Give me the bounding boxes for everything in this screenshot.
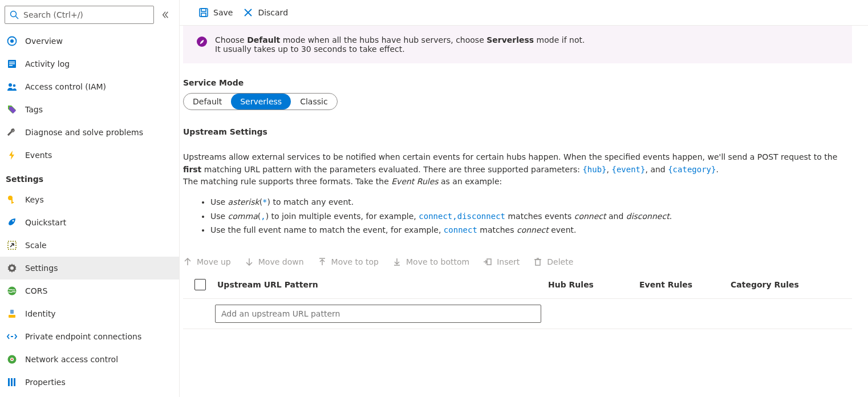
upstream-url-input[interactable]	[215, 305, 541, 323]
col-url-pattern: Upstream URL Pattern	[217, 280, 548, 289]
bolt-icon	[7, 150, 17, 160]
discard-label: Discard	[258, 8, 288, 17]
sidebar-item-activity-log[interactable]: Activity log	[0, 52, 179, 75]
sidebar-item-label: Properties	[25, 378, 66, 387]
svg-line-1	[16, 17, 19, 19]
svg-rect-5	[9, 62, 15, 63]
overview-icon	[7, 36, 17, 46]
sidebar-item-private-endpoint[interactable]: Private endpoint connections	[0, 325, 179, 348]
svg-point-16	[8, 287, 17, 295]
sidebar: Search (Ctrl+/) Overview Activity log Ac…	[0, 0, 180, 397]
search-icon	[10, 10, 19, 19]
search-placeholder: Search (Ctrl+/)	[23, 10, 83, 19]
info-banner: Choose Default mode when all the hubs ha…	[183, 26, 852, 63]
mode-classic[interactable]: Classic	[291, 94, 336, 110]
sidebar-item-cors[interactable]: CORS	[0, 279, 179, 302]
arrow-up-icon	[183, 257, 192, 266]
chevron-double-left-icon	[161, 11, 169, 19]
sidebar-item-properties[interactable]: Properties	[0, 371, 179, 394]
service-mode-toggle: Default Serverless Classic	[183, 93, 338, 110]
network-icon	[7, 354, 17, 364]
save-button[interactable]: Save	[198, 4, 233, 21]
svg-rect-23	[11, 378, 13, 386]
sidebar-item-events[interactable]: Events	[0, 144, 179, 167]
sidebar-section-settings: Settings	[0, 167, 179, 188]
sidebar-item-settings[interactable]: Settings	[0, 257, 179, 279]
upstream-settings-title: Upstream Settings	[183, 127, 852, 136]
save-icon	[198, 7, 209, 18]
log-icon	[7, 59, 17, 69]
col-category-rules: Category Rules	[731, 280, 822, 289]
sidebar-item-label: Access control (IAM)	[25, 82, 106, 91]
sidebar-item-keys[interactable]: Keys	[0, 188, 179, 211]
people-icon	[7, 82, 17, 92]
mode-default[interactable]: Default	[184, 94, 231, 110]
sidebar-item-label: Events	[25, 151, 52, 160]
table-row	[183, 299, 852, 329]
search-input[interactable]: Search (Ctrl+/)	[5, 6, 154, 24]
svg-point-9	[13, 84, 16, 87]
properties-icon	[7, 377, 17, 387]
sidebar-item-label: Settings	[25, 264, 58, 273]
sidebar-item-access-control[interactable]: Access control (IAM)	[0, 75, 179, 98]
sidebar-item-diagnose[interactable]: Diagnose and solve problems	[0, 121, 179, 144]
svg-rect-18	[9, 315, 15, 318]
insert-icon	[483, 257, 492, 266]
sidebar-item-label: Activity log	[25, 59, 70, 68]
sidebar-item-label: Private endpoint connections	[25, 332, 141, 341]
svg-point-3	[10, 39, 14, 43]
select-all-checkbox[interactable]	[194, 279, 206, 290]
collapse-sidebar-button[interactable]	[156, 11, 175, 19]
arrow-down-icon	[245, 257, 254, 266]
svg-point-13	[13, 220, 14, 222]
arrow-top-icon	[318, 257, 327, 266]
mode-serverless[interactable]: Serverless	[231, 94, 291, 110]
svg-rect-6	[9, 63, 15, 64]
svg-rect-33	[536, 260, 540, 265]
main-panel: Save Discard Choose Default mode when al…	[180, 0, 868, 397]
identity-icon	[7, 309, 17, 319]
upstream-description: Upstreams allow external services to be …	[183, 151, 852, 188]
move-down-button[interactable]: Move down	[245, 257, 304, 266]
sidebar-item-label: Network access control	[25, 355, 118, 364]
col-hub-rules: Hub Rules	[548, 280, 639, 289]
globe-icon	[7, 286, 17, 296]
insert-button[interactable]: Insert	[483, 257, 520, 266]
row-operations: Move up Move down Move to top Move to bo…	[183, 257, 852, 266]
table-header: Upstream URL Pattern Hub Rules Event Rul…	[183, 271, 852, 299]
svg-rect-22	[8, 378, 10, 386]
sidebar-item-label: Quickstart	[25, 218, 66, 227]
col-event-rules: Event Rules	[639, 280, 731, 289]
save-label: Save	[213, 8, 233, 17]
discard-button[interactable]: Discard	[243, 4, 288, 21]
gear-icon	[7, 263, 17, 273]
sidebar-item-label: Scale	[25, 241, 47, 250]
svg-point-15	[10, 266, 14, 270]
key-icon	[7, 195, 17, 205]
move-top-button[interactable]: Move to top	[318, 257, 379, 266]
trash-icon	[533, 257, 542, 266]
svg-point-8	[9, 83, 12, 87]
rocket-icon	[197, 37, 207, 47]
rules-list: Use asterisk(*) to match any event. Use …	[210, 196, 852, 237]
svg-rect-12	[11, 202, 14, 203]
move-bottom-button[interactable]: Move to bottom	[392, 257, 469, 266]
sidebar-item-label: CORS	[25, 286, 47, 295]
scale-icon	[7, 240, 17, 250]
sidebar-item-quickstart[interactable]: Quickstart	[0, 211, 179, 234]
sidebar-item-label: Overview	[25, 37, 63, 46]
sidebar-item-overview[interactable]: Overview	[0, 30, 179, 52]
move-up-button[interactable]: Move up	[183, 257, 231, 266]
tag-icon	[7, 104, 17, 115]
toolbar: Save Discard	[180, 0, 868, 26]
svg-rect-7	[9, 65, 13, 66]
sidebar-item-network-access[interactable]: Network access control	[0, 348, 179, 371]
quickstart-icon	[7, 217, 17, 228]
sidebar-item-scale[interactable]: Scale	[0, 234, 179, 257]
sidebar-item-tags[interactable]: Tags	[0, 98, 179, 121]
sidebar-item-identity[interactable]: Identity	[0, 302, 179, 325]
delete-button[interactable]: Delete	[533, 257, 573, 266]
wrench-icon	[7, 127, 17, 137]
svg-rect-25	[200, 9, 208, 17]
sidebar-item-label: Tags	[25, 105, 43, 114]
